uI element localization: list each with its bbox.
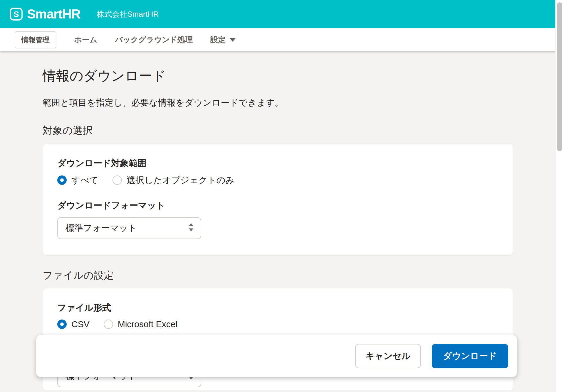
nav-item-home[interactable]: ホーム (74, 35, 97, 45)
radio-selected-icon (57, 320, 67, 329)
download-button[interactable]: ダウンロード (432, 344, 508, 368)
settings-label: 設定 (210, 35, 226, 45)
radio-option-excel[interactable]: Microsoft Excel (104, 319, 177, 329)
radio-option-csv-label: CSV (71, 319, 90, 329)
app-window: S SmartHR 株式会社SmartHR 情報管理 ホーム バックグラウンド処… (0, 0, 564, 392)
radio-unselected-icon (104, 320, 113, 329)
radio-option-all-label: すべて (71, 174, 98, 186)
radio-option-selected-objects-label: 選択したオブジェクトのみ (127, 174, 234, 186)
radio-unselected-icon (113, 175, 122, 185)
nav-item-information-management[interactable]: 情報管理 (15, 31, 56, 48)
nav-item-background-jobs[interactable]: バックグラウンド処理 (115, 35, 193, 45)
smarthr-logo-icon: S (9, 7, 23, 21)
main-nav: 情報管理 ホーム バックグラウンド処理 設定 (0, 28, 564, 51)
target-selection-card: ダウンロード対象範囲 すべて 選択したオブジェクトのみ ダウンロードフォーマット… (43, 144, 513, 255)
download-scope-label: ダウンロード対象範囲 (57, 158, 147, 168)
cancel-button[interactable]: キャンセル (355, 344, 421, 368)
download-format-label: ダウンロードフォーマット (57, 200, 165, 211)
radio-option-excel-label: Microsoft Excel (118, 319, 177, 329)
svg-text:S: S (14, 10, 19, 19)
radio-option-all[interactable]: すべて (57, 174, 98, 186)
download-format-select-value: 標準フォーマット (66, 222, 137, 234)
radio-option-selected-objects[interactable]: 選択したオブジェクトのみ (113, 174, 234, 186)
brand-name: SmartHR (27, 8, 80, 21)
section-heading-target: 対象の選択 (43, 124, 93, 137)
select-updown-icon (189, 223, 194, 233)
radio-selected-icon (57, 175, 67, 185)
page-description: 範囲と項目を指定し、必要な情報をダウンロードできます。 (43, 97, 283, 109)
vertical-scrollbar[interactable] (555, 0, 564, 392)
app-header: S SmartHR 株式会社SmartHR (0, 0, 564, 28)
section-heading-file: ファイルの設定 (43, 269, 114, 282)
file-format-radio-group: CSV Microsoft Excel (57, 318, 177, 331)
scrollbar-thumb[interactable] (557, 2, 562, 151)
nav-item-settings[interactable]: 設定 (210, 35, 236, 45)
download-scope-radio-group: すべて 選択したオブジェクトのみ (57, 174, 234, 187)
company-name: 株式会社SmartHR (97, 9, 159, 19)
file-format-label: ファイル形式 (57, 303, 111, 313)
chevron-down-icon (230, 38, 236, 42)
radio-option-csv[interactable]: CSV (57, 319, 90, 329)
page-title: 情報のダウンロード (43, 67, 166, 85)
smarthr-logo[interactable]: S SmartHR (9, 7, 80, 21)
floating-action-bar: キャンセル ダウンロード (36, 335, 517, 377)
download-format-select[interactable]: 標準フォーマット (57, 217, 201, 239)
